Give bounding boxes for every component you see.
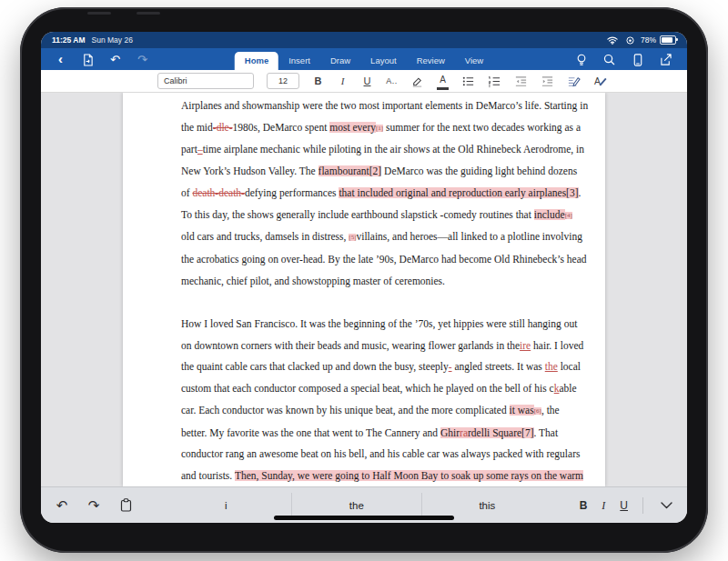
tab-home[interactable]: Home — [235, 52, 278, 70]
paste-clipboard-icon[interactable] — [117, 497, 134, 514]
document-page[interactable]: Airplanes and showmanship were the two m… — [123, 93, 605, 486]
suggestion-the[interactable]: the — [291, 493, 422, 517]
document-canvas: Airplanes and showmanship were the two m… — [41, 93, 687, 486]
volume-button — [136, 12, 160, 15]
wifi-icon — [606, 34, 620, 47]
undo-button[interactable]: ↶ — [108, 53, 122, 66]
paragraph: How I loved San Francisco. It was the be… — [181, 314, 548, 486]
text-line: custom that each conductor composed a sp… — [181, 378, 548, 400]
tell-me-lightbulb-icon[interactable] — [574, 53, 588, 66]
text-line: old cars and trucks, damsels in distress… — [181, 226, 548, 249]
ipad-device-frame: 11:25 AM Sun May 26 78% ‹ — [20, 7, 708, 553]
file-actions-icon[interactable] — [81, 53, 95, 66]
bold-button[interactable]: B — [580, 500, 588, 511]
divider — [642, 497, 643, 514]
text-line: the mid-dle-1980s, DeMarco spent most ev… — [181, 117, 548, 140]
text-effects-button[interactable]: A.. — [386, 74, 398, 88]
status-bar: 11:25 AM Sun May 26 78% — [41, 32, 687, 48]
italic-button[interactable]: I — [602, 500, 605, 511]
battery-icon — [660, 35, 676, 45]
text-line: of death-death-defying performances that… — [181, 183, 548, 205]
screenshot-stage: 11:25 AM Sun May 26 78% ‹ — [0, 0, 728, 561]
tab-layout[interactable]: Layout — [360, 52, 407, 70]
text-line: To this day, the shows generally include… — [181, 205, 548, 227]
battery-percent: 78% — [641, 35, 656, 45]
dismiss-keyboard-chevron-icon[interactable] — [658, 497, 674, 514]
mobile-view-icon[interactable] — [631, 53, 644, 66]
paragraph: Airplanes and showmanship were the two m… — [181, 95, 548, 292]
back-button[interactable]: ‹ — [54, 52, 67, 65]
tab-view[interactable]: View — [455, 52, 493, 70]
text-line: part–time airplane mechanic while piloti… — [181, 139, 548, 161]
suggestion-bar: ithethis — [161, 493, 552, 517]
bullet-list-button[interactable] — [461, 74, 475, 88]
keyboard-accessory-bar: ↶ ↷ ithethis B I U — [41, 486, 687, 523]
tab-draw[interactable]: Draw — [320, 52, 360, 70]
clock-time: 11:25 AM — [52, 35, 86, 45]
tab-review[interactable]: Review — [407, 52, 455, 70]
text-line: car. Each conductor was known by his uni… — [181, 400, 548, 423]
italic-button[interactable]: I — [337, 74, 349, 88]
styles-icon[interactable]: A — [593, 74, 607, 88]
suggestion-i[interactable]: i — [161, 493, 291, 517]
highlight-button[interactable] — [410, 74, 424, 88]
text-line: the acrobatics going on over-head. By th… — [181, 249, 548, 271]
text-line: on downtown corners with their beads and… — [181, 336, 548, 357]
underline-button[interactable]: U — [620, 500, 628, 511]
bold-button[interactable]: B — [312, 74, 324, 88]
text-line: better. My favorite was the one that wen… — [181, 423, 548, 445]
font-color-button[interactable]: A — [437, 73, 449, 90]
suggestion-this[interactable]: this — [421, 493, 552, 517]
svg-text:A: A — [594, 76, 601, 86]
volume-button — [87, 12, 111, 15]
numbered-list-button[interactable] — [488, 74, 501, 88]
increase-indent-button[interactable] — [541, 74, 554, 88]
text-line: How I loved San Francisco. It was the be… — [181, 314, 548, 336]
share-icon[interactable] — [659, 53, 672, 66]
font-size-select[interactable]: 12 — [267, 73, 299, 89]
decrease-indent-button[interactable] — [514, 74, 528, 88]
format-painter-icon[interactable] — [567, 74, 581, 88]
screen: 11:25 AM Sun May 26 78% ‹ — [41, 32, 687, 523]
rotation-lock-icon — [623, 34, 637, 47]
text-line: Airplanes and showmanship were the two m… — [181, 95, 548, 117]
redo-button[interactable]: ↷ — [136, 53, 149, 66]
underline-button[interactable]: U — [361, 74, 373, 88]
redo-button[interactable]: ↷ — [86, 497, 102, 514]
clock-date: Sun May 26 — [92, 35, 133, 45]
undo-button[interactable]: ↶ — [54, 497, 70, 514]
font-name-select[interactable]: Calibri — [157, 73, 254, 89]
text-line: the quaint cable cars that clacked up an… — [181, 356, 548, 378]
home-indicator[interactable] — [274, 516, 454, 520]
formatting-toolbar: Calibri 12 B I U A.. A — [41, 70, 687, 93]
tab-insert[interactable]: Insert — [278, 52, 320, 70]
search-icon[interactable] — [602, 53, 616, 66]
text-line: conductor rang an awesome beat on his be… — [181, 444, 548, 466]
ribbon-title-bar: ‹ ↶ ↷ HomeInsertDrawLayoutReviewView — [41, 48, 687, 70]
ribbon-tabs: HomeInsertDrawLayoutReviewView — [235, 52, 493, 70]
text-line: and tourists. Then, Sunday, we were goin… — [181, 466, 548, 486]
text-line: mechanic, chief pilot, and showstopping … — [181, 271, 548, 293]
text-line: New York’s Hudson Valley. The flambouran… — [181, 161, 548, 183]
